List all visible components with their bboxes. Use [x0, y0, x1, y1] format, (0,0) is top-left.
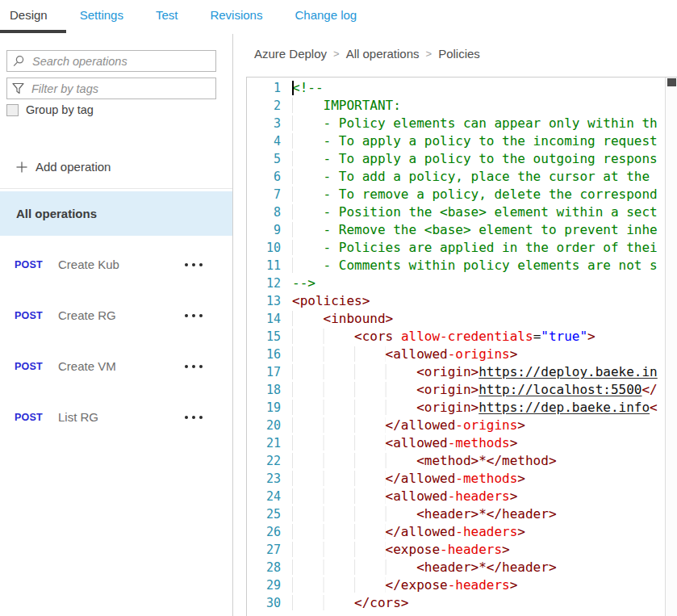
operation-list-item[interactable]: POSTCreate RG: [0, 290, 232, 341]
code-line[interactable]: 23 </allowed-methods>: [247, 470, 665, 488]
indent-guides: [292, 346, 386, 362]
code-line[interactable]: 8 - Position the <base> element within a…: [247, 203, 665, 221]
line-number: 29: [247, 576, 281, 594]
operation-menu-button[interactable]: [185, 362, 203, 371]
operation-name: Create RG: [58, 308, 116, 322]
code-line[interactable]: 26 </allowed-headers>: [247, 523, 665, 541]
code-line[interactable]: 4 - To apply a policy to the incoming re…: [247, 132, 665, 150]
breadcrumb-separator: >: [426, 48, 433, 60]
tab-change-log[interactable]: Change log: [295, 8, 357, 22]
http-method-badge: POST: [0, 259, 58, 270]
operation-list-item[interactable]: POSTList RG: [0, 392, 232, 442]
code-token: - To apply a policy to the incoming requ…: [324, 133, 658, 149]
breadcrumb-item[interactable]: Azure Deploy: [254, 47, 327, 61]
code-line[interactable]: 9 - Remove the <base> element to prevent…: [247, 221, 665, 239]
tab-test[interactable]: Test: [156, 8, 178, 22]
code-line[interactable]: 14 <inbound>: [247, 310, 665, 328]
code-line[interactable]: 29 </expose-headers>: [247, 576, 665, 594]
code-token: <cors: [354, 329, 393, 344]
line-number: 7: [247, 186, 281, 203]
code-line[interactable]: 27 <expose-headers>: [247, 541, 665, 559]
code-token: <: [650, 400, 658, 415]
code-token: <expose: [386, 542, 440, 557]
code-line[interactable]: 5 - To apply a policy to the outgoing re…: [247, 150, 665, 168]
code-line[interactable]: 22 <method>*</method>: [247, 452, 665, 470]
code-token: - Position the <base> element within a s…: [324, 204, 658, 220]
code-line[interactable]: 2 IMPORTANT:: [247, 97, 665, 115]
code-line[interactable]: 25 <header>*</header>: [247, 505, 665, 523]
operation-menu-button[interactable]: [185, 260, 203, 270]
code-line[interactable]: 12-->: [247, 274, 665, 292]
indent-guides: [292, 400, 416, 415]
code-token: -headers: [455, 524, 517, 539]
tab-design[interactable]: Design: [10, 8, 48, 22]
indent-guides: [292, 364, 416, 379]
line-number: 5: [247, 150, 281, 168]
line-number: 13: [247, 292, 281, 310]
indent-guides: [292, 151, 324, 166]
code-token: <origin>: [416, 382, 478, 397]
operation-menu-button[interactable]: [185, 413, 203, 422]
code-line[interactable]: 24 <allowed-headers>: [247, 488, 665, 505]
code-token: <allowed: [386, 346, 448, 362]
code-line[interactable]: 10 - Policies are applied in the order o…: [247, 239, 665, 257]
code-token: - To apply a policy to the outgoing resp…: [324, 151, 658, 166]
code-token: -headers: [448, 488, 510, 504]
indent-guides: [292, 204, 324, 220]
line-number: 6: [247, 168, 281, 186]
code-line[interactable]: 15 <cors allow-credentials="true">: [247, 328, 665, 346]
code-token: <header>*</header>: [416, 559, 556, 575]
code-line[interactable]: 20 </allowed-origins>: [247, 417, 665, 434]
indent-guides: [292, 329, 354, 344]
code-line[interactable]: 16 <allowed-origins>: [247, 346, 665, 363]
filter-funnel-icon: [12, 82, 24, 94]
filter-tags-input[interactable]: [30, 82, 211, 96]
code-line[interactable]: 7 - To remove a policy, delete the corre…: [247, 186, 665, 203]
editor-scrollbar[interactable]: [665, 78, 677, 616]
scrollbar-thumb[interactable]: [667, 78, 676, 86]
filter-tags-box[interactable]: [6, 78, 216, 99]
line-number: 12: [247, 274, 281, 292]
policy-code-editor[interactable]: 1<!--2 IMPORTANT:3 - Policy elements can…: [246, 77, 677, 616]
line-number: 2: [247, 97, 281, 115]
search-operations-box[interactable]: [6, 50, 216, 72]
tab-bar: DesignSettingsTestRevisionsChange log: [0, 0, 677, 34]
code-token: </cors>: [354, 595, 408, 610]
breadcrumb-item[interactable]: All operations: [346, 47, 420, 61]
add-operation-button[interactable]: Add operation: [16, 160, 111, 174]
code-token: >: [510, 346, 518, 362]
line-number: 25: [247, 505, 281, 523]
tab-settings[interactable]: Settings: [80, 8, 123, 22]
code-token: <origin>: [416, 400, 478, 415]
code-line[interactable]: 1<!--: [247, 79, 665, 97]
code-line[interactable]: 21 <allowed-methods>: [247, 434, 665, 452]
tab-list: DesignSettingsTestRevisionsChange log: [0, 0, 677, 30]
breadcrumb-separator: >: [333, 48, 340, 60]
line-number: 16: [247, 346, 281, 363]
operation-list-item[interactable]: POSTCreate VM: [0, 341, 232, 392]
line-number: 10: [247, 239, 281, 257]
code-token: <origin>: [416, 364, 478, 379]
code-token: >: [517, 471, 525, 486]
operation-list-item[interactable]: POSTCreate Kub: [0, 239, 232, 290]
code-token: <method>*</method>: [416, 453, 556, 468]
code-line[interactable]: 17 <origin>https://deploy.baeke.in: [247, 363, 665, 381]
code-line[interactable]: 6 - To add a policy, place the cursor at…: [247, 168, 665, 186]
code-line[interactable]: 11 - Comments within policy elements are…: [247, 257, 665, 274]
breadcrumb: Azure Deploy>All operations>Policies: [254, 44, 480, 63]
code-line[interactable]: 13<policies>: [247, 292, 665, 310]
code-line[interactable]: 28 <header>*</header>: [247, 559, 665, 576]
code-line[interactable]: 3 - Policy elements can appear only with…: [247, 115, 665, 132]
tab-revisions[interactable]: Revisions: [210, 8, 262, 22]
operation-menu-button[interactable]: [185, 311, 203, 321]
code-line[interactable]: 30 </cors>: [247, 594, 665, 612]
code-token: - Policies are applied in the order of t…: [324, 240, 658, 255]
code-token: >: [510, 435, 518, 450]
line-number: 8: [247, 203, 281, 221]
code-line[interactable]: 18 <origin>http://localhost:5500</: [247, 381, 665, 399]
group-by-tag-checkbox[interactable]: [6, 104, 19, 116]
search-input[interactable]: [31, 54, 211, 69]
all-operations-item[interactable]: All operations: [0, 191, 232, 236]
indent-guides: [292, 471, 386, 486]
code-line[interactable]: 19 <origin>https://dep.baeke.info<: [247, 399, 665, 417]
